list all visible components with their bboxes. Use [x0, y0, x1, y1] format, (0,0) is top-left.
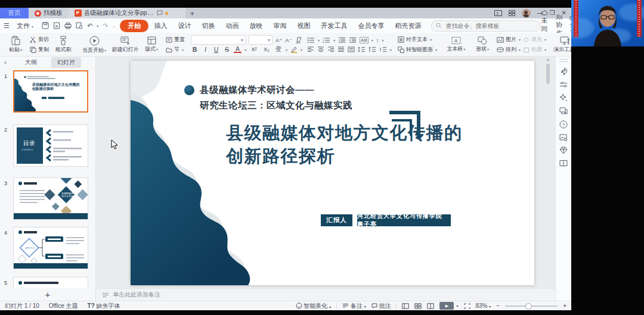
rocket-icon[interactable]: [559, 67, 568, 76]
vertical-scrollbar[interactable]: ▲: [546, 58, 550, 286]
fill-button[interactable]: 填充▾: [523, 35, 546, 44]
decrease-font-button[interactable]: A⁻: [285, 37, 292, 43]
ribbon-tab-start[interactable]: 开始: [120, 20, 148, 32]
bullet-list-icon[interactable]: [307, 37, 315, 43]
layout-button[interactable]: 版式▾: [138, 34, 165, 55]
undo-dropdown[interactable]: ▾: [97, 24, 98, 28]
zoom-slider[interactable]: [505, 305, 558, 307]
comment-icon[interactable]: [157, 10, 163, 16]
text-effect-button[interactable]: 变: [274, 45, 283, 54]
scrollbar-thumb[interactable]: [546, 64, 550, 84]
notes-bar[interactable]: 单击此处添加备注: [96, 288, 555, 301]
ribbon-tab-view[interactable]: 视图: [292, 20, 315, 32]
zoom-in-button[interactable]: +: [563, 302, 566, 309]
para-spacing-icon[interactable]: [358, 46, 366, 52]
slide-title[interactable]: 县级融媒体对地方文化传播的 创新路径探析: [226, 121, 463, 168]
new-slide-button[interactable]: 新建幻灯片: [112, 34, 138, 55]
format-painter-button[interactable]: 格式刷: [50, 34, 76, 55]
redo-button[interactable]: ↷: [103, 22, 108, 30]
collapse-panel-icon[interactable]: «: [0, 60, 11, 66]
user-avatar[interactable]: [522, 9, 531, 18]
conference-subtitle[interactable]: 县级融媒体学术研讨会—— 研究生论坛三：区域文化与融媒实践: [200, 82, 352, 113]
subscript-button[interactable]: X₂: [262, 46, 271, 52]
distribute-icon[interactable]: [348, 46, 355, 52]
ribbon-tab-insert[interactable]: 插入: [148, 20, 172, 32]
clear-format-icon[interactable]: [295, 37, 302, 43]
increase-indent-icon[interactable]: [349, 37, 357, 43]
add-slide-button[interactable]: +: [0, 289, 95, 300]
notes-toggle-button[interactable]: 备注 ▾: [342, 302, 366, 310]
slide-thumbnail-1[interactable]: 县级融媒体对地方文化传播的 创新路径探析: [13, 70, 88, 113]
align-text-button[interactable]: 对齐文本▾: [398, 35, 437, 44]
comments-button[interactable]: 批注: [371, 302, 391, 310]
workspace-grid-icon[interactable]: [509, 10, 515, 16]
bold-button[interactable]: B: [191, 46, 199, 53]
line-spacing-button[interactable]: ↕: [376, 37, 379, 43]
search-input[interactable]: [444, 22, 536, 30]
slide-editor[interactable]: 县级融媒体学术研讨会—— 研究生论坛三：区域文化与融媒实践 县级融媒体对地方文化…: [131, 61, 534, 285]
paste-button[interactable]: 粘贴▾: [2, 34, 29, 55]
fit-slide-icon[interactable]: [464, 303, 470, 309]
sidebar-handle-icon[interactable]: [559, 59, 568, 62]
ribbon-tab-review[interactable]: 审阅: [268, 20, 292, 32]
cut-button[interactable]: 剪切: [30, 35, 49, 44]
increase-font-button[interactable]: A⁺: [275, 37, 282, 43]
print-preview-icon[interactable]: [76, 22, 83, 29]
reset-button[interactable]: 重置: [166, 35, 185, 44]
file-menu[interactable]: 文件 ▾: [13, 21, 37, 30]
slide-canvas[interactable]: 县级融媒体学术研讨会—— 研究生论坛三：区域文化与融媒实践 县级融媒体对地方文化…: [96, 57, 555, 289]
copy-button[interactable]: 复制: [30, 45, 49, 54]
slide-thumbnail-3[interactable]: 县级融媒体地方文化傳播: [13, 177, 88, 220]
print-icon[interactable]: [64, 22, 72, 29]
scroll-up-icon[interactable]: ▲: [546, 58, 550, 61]
presenter-info-box[interactable]: 河北经贸大学文化与传播学院 扈子亭: [357, 214, 451, 226]
font-color-button[interactable]: A: [234, 46, 242, 53]
superscript-button[interactable]: X²: [249, 46, 259, 52]
tab-document[interactable]: P 县级融媒体论文分享ppt.pptx: [69, 8, 185, 18]
book-icon[interactable]: [559, 160, 568, 167]
ribbon-tab-design[interactable]: 设计: [172, 20, 196, 32]
missing-font-indicator[interactable]: T? 缺失字体: [88, 302, 120, 310]
line-spacing3-icon[interactable]: [379, 46, 387, 52]
command-search[interactable]: [431, 20, 541, 32]
shape-button[interactable]: 形状▾: [469, 34, 496, 55]
play-from-current-button[interactable]: 当页开始▾: [81, 34, 107, 55]
outline-button[interactable]: 轮廓▾: [523, 45, 546, 54]
font-size-select[interactable]: ▾: [249, 35, 273, 45]
ribbon-tab-transition[interactable]: 切换: [196, 20, 220, 32]
zoom-level[interactable]: 83% ▾: [476, 302, 491, 309]
single-window-icon[interactable]: 1: [494, 10, 502, 16]
new-tab-button[interactable]: +: [185, 8, 200, 18]
zoom-out-button[interactable]: −: [496, 302, 500, 309]
sliders-icon[interactable]: [559, 81, 568, 88]
align-right-icon[interactable]: [327, 46, 335, 52]
webcam-video[interactable]: [571, 0, 644, 46]
gem-icon[interactable]: [559, 146, 568, 154]
help-icon[interactable]: ?: [559, 120, 568, 129]
section-button[interactable]: 节▾: [166, 45, 185, 54]
duplicate-slide-icon[interactable]: [559, 107, 568, 115]
ribbon-tab-docer[interactable]: 稻壳资源: [389, 20, 426, 32]
slideshow-play-button[interactable]: ▶: [439, 302, 454, 310]
ribbon-tab-member[interactable]: 会员专享: [352, 20, 389, 32]
save-icon[interactable]: [42, 22, 49, 29]
undo-button[interactable]: ↶: [87, 22, 92, 30]
justify-icon[interactable]: [338, 46, 345, 52]
slide-thumbnail-4[interactable]: 研究方法: [13, 227, 88, 269]
tab-outline[interactable]: 大纲: [19, 57, 43, 68]
beautify-button[interactable]: 智能美化 ▴: [296, 302, 332, 310]
text-direction-button[interactable]: AB: [360, 37, 369, 43]
italic-button[interactable]: I: [202, 46, 209, 53]
sparkle-edit-icon[interactable]: [559, 93, 568, 102]
picture-button[interactable]: 图片▾: [497, 35, 521, 44]
number-list-icon[interactable]: 123: [323, 37, 330, 43]
ribbon-tab-devtools[interactable]: 开发工具: [315, 20, 352, 32]
smart-graphic-button[interactable]: 转智能图形▾: [398, 45, 437, 54]
ribbon-tab-animation[interactable]: 动画: [220, 20, 244, 32]
play-dropdown-icon[interactable]: ▾: [456, 304, 458, 308]
line-spacing2-icon[interactable]: [369, 46, 376, 52]
arrange-button[interactable]: 排列▾: [497, 45, 521, 54]
slide-thumbnail-2[interactable]: 目录 CONTENTS: [13, 124, 88, 167]
presenter-label-box[interactable]: 汇报人: [321, 214, 352, 226]
export-pdf-icon[interactable]: [53, 22, 60, 29]
